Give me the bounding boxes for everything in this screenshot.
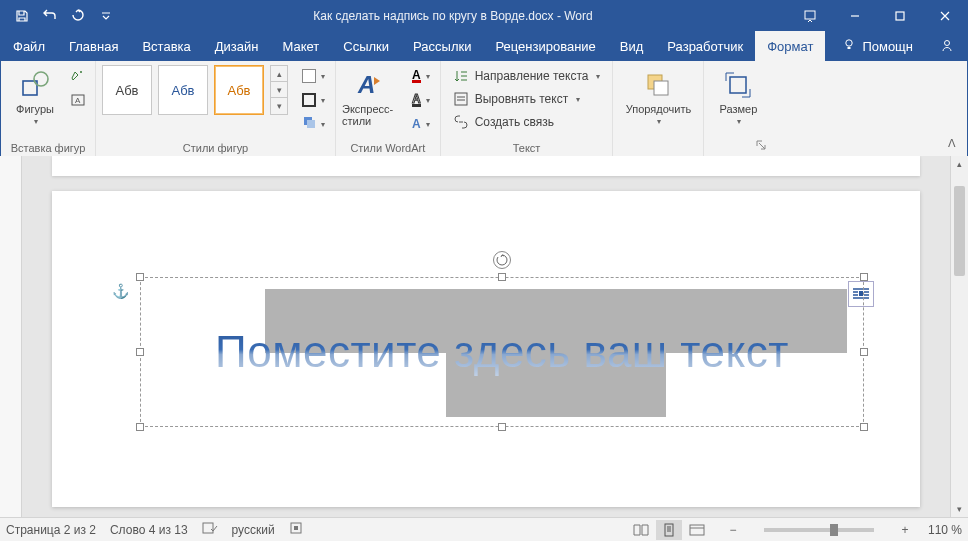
tab-mailings[interactable]: Рассылки: [401, 31, 483, 61]
svg-rect-21: [665, 524, 673, 536]
window-controls: [787, 1, 967, 31]
shapes-icon: [19, 69, 51, 101]
spellcheck-icon[interactable]: [202, 521, 218, 538]
svg-rect-0: [805, 11, 815, 19]
align-text-button[interactable]: Выровнять текст▾: [447, 88, 607, 110]
gallery-up-button[interactable]: ▴: [271, 66, 287, 82]
zoom-in-button[interactable]: +: [896, 521, 914, 539]
page-status[interactable]: Страница 2 из 2: [6, 523, 96, 537]
edit-shape-button[interactable]: [67, 65, 89, 87]
shape-fill-button[interactable]: ▾: [298, 65, 329, 87]
tab-view[interactable]: Вид: [608, 31, 656, 61]
size-dialog-launcher[interactable]: [754, 139, 768, 153]
redo-button[interactable]: [65, 3, 91, 29]
svg-rect-18: [203, 523, 213, 533]
svg-rect-2: [896, 12, 904, 20]
insert-shapes-group-label: Вставка фигур: [7, 140, 89, 154]
close-button[interactable]: [922, 1, 967, 31]
tab-references[interactable]: Ссылки: [331, 31, 401, 61]
group-shape-styles: Абв Абв Абв ▴ ▾ ▾ ▾ ▾ ▾ Стили фигур: [96, 61, 336, 156]
svg-rect-22: [690, 525, 704, 535]
svg-rect-13: [455, 93, 467, 105]
view-buttons: [628, 520, 710, 540]
group-text: Направление текста▾ Выровнять текст▾ Соз…: [441, 61, 614, 156]
quick-styles-icon: A: [354, 69, 386, 101]
fill-swatch-icon: [302, 69, 316, 83]
text-effects-button[interactable]: A▾: [408, 113, 434, 135]
zoom-out-button[interactable]: −: [724, 521, 742, 539]
shape-styles-group-label: Стили фигур: [102, 140, 329, 154]
shape-style-1[interactable]: Абв: [102, 65, 152, 115]
text-direction-icon: [453, 68, 469, 84]
ribbon-options-button[interactable]: [787, 1, 832, 31]
collapse-ribbon-button[interactable]: ᐱ: [943, 134, 961, 152]
text-effects-icon: A: [412, 117, 421, 131]
scroll-up-button[interactable]: ▴: [951, 156, 968, 172]
tab-design[interactable]: Дизайн: [203, 31, 271, 61]
link-icon: [453, 114, 469, 130]
svg-point-3: [846, 39, 852, 45]
save-button[interactable]: [9, 3, 35, 29]
web-layout-button[interactable]: [684, 520, 710, 540]
read-mode-button[interactable]: [628, 520, 654, 540]
arrange-icon: [642, 69, 674, 101]
wordart-textbox[interactable]: Поместите здесь ваш текст: [130, 267, 874, 437]
undo-button[interactable]: [37, 3, 63, 29]
tab-review[interactable]: Рецензирование: [483, 31, 607, 61]
share-button[interactable]: [927, 31, 967, 61]
ribbon-tabs: Файл Главная Вставка Дизайн Макет Ссылки…: [1, 31, 967, 61]
document-viewport[interactable]: ⚓ Поместите здесь ваш текст: [22, 156, 950, 517]
help-button[interactable]: Помощн: [828, 31, 927, 61]
text-outline-icon: A: [412, 94, 421, 107]
shapes-button[interactable]: Фигуры ▾: [7, 65, 63, 126]
size-icon: [722, 69, 754, 101]
minimize-button[interactable]: [832, 1, 877, 31]
tab-developer[interactable]: Разработчик: [655, 31, 755, 61]
rotate-handle[interactable]: [493, 251, 511, 269]
shape-effects-button[interactable]: ▾: [298, 113, 329, 135]
shape-styles-gallery[interactable]: Абв Абв Абв ▴ ▾ ▾: [102, 65, 288, 115]
svg-point-4: [945, 41, 950, 46]
shape-style-2[interactable]: Абв: [158, 65, 208, 115]
scroll-thumb[interactable]: [954, 186, 965, 276]
outline-swatch-icon: [302, 93, 316, 107]
wordart-text[interactable]: Поместите здесь ваш текст: [215, 326, 789, 379]
quick-styles-button[interactable]: A Экспресс-стили: [342, 65, 398, 127]
macro-icon[interactable]: [289, 521, 303, 538]
arrange-button[interactable]: Упорядочить▾: [619, 65, 697, 126]
zoom-level[interactable]: 110 %: [928, 523, 962, 537]
language-status[interactable]: русский: [232, 523, 275, 537]
text-outline-button[interactable]: A▾: [408, 89, 434, 111]
text-fill-icon: A: [412, 70, 421, 83]
text-direction-button[interactable]: Направление текста▾: [447, 65, 607, 87]
create-link-button[interactable]: Создать связь: [447, 111, 607, 133]
page[interactable]: ⚓ Поместите здесь ваш текст: [52, 191, 920, 507]
qat-customize-button[interactable]: [93, 3, 119, 29]
tab-file[interactable]: Файл: [1, 31, 57, 61]
align-text-icon: [453, 91, 469, 107]
draw-textbox-button[interactable]: A: [67, 89, 89, 111]
zoom-slider[interactable]: [764, 528, 874, 532]
help-label: Помощн: [862, 39, 913, 54]
tab-format[interactable]: Формат: [755, 31, 825, 61]
vertical-ruler[interactable]: [0, 156, 22, 517]
tab-insert[interactable]: Вставка: [130, 31, 202, 61]
gallery-down-button[interactable]: ▾: [271, 82, 287, 98]
svg-rect-16: [730, 77, 746, 93]
shape-style-3[interactable]: Абв: [214, 65, 264, 115]
size-button[interactable]: Размер▾: [710, 65, 766, 126]
tab-home[interactable]: Главная: [57, 31, 130, 61]
gallery-more-button[interactable]: ▾: [271, 98, 287, 114]
word-count-status[interactable]: Слово 4 из 13: [110, 523, 188, 537]
print-layout-button[interactable]: [656, 520, 682, 540]
shape-outline-button[interactable]: ▾: [298, 89, 329, 111]
svg-rect-15: [654, 81, 668, 95]
zoom-slider-thumb[interactable]: [830, 524, 838, 536]
group-insert-shapes: Фигуры ▾ A Вставка фигур: [1, 61, 96, 156]
tab-layout[interactable]: Макет: [270, 31, 331, 61]
group-size: Размер▾: [704, 61, 772, 156]
scroll-down-button[interactable]: ▾: [951, 501, 968, 517]
maximize-button[interactable]: [877, 1, 922, 31]
vertical-scrollbar[interactable]: ▴ ▾: [950, 156, 968, 517]
text-fill-button[interactable]: A▾: [408, 65, 434, 87]
